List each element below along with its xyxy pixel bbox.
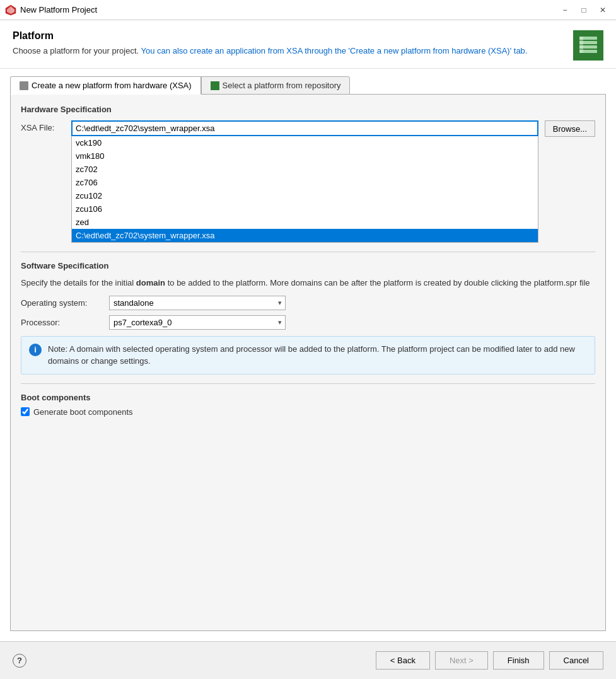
next-button[interactable]: Next > (435, 651, 488, 670)
xsa-file-label: XSA File: (21, 120, 65, 132)
nav-buttons: < Back Next > Finish Cancel (376, 651, 603, 670)
list-item[interactable]: zc706 (72, 176, 538, 189)
info-note-text: Note: A domain with selected operating s… (48, 343, 587, 368)
cancel-button[interactable]: Cancel (549, 651, 603, 670)
processor-select-wrapper: ps7_cortexa9_0 ps7_cortexa9_1 (109, 315, 286, 330)
page-title: Platform (13, 30, 566, 42)
list-item[interactable]: vck190 (72, 136, 538, 149)
finish-button[interactable]: Finish (493, 651, 544, 670)
repository-tab-icon (211, 81, 219, 90)
list-item[interactable]: vmk180 (72, 149, 538, 163)
hw-section-title: Hardware Specification (21, 105, 595, 114)
list-item[interactable]: zcu102 (72, 189, 538, 202)
close-button[interactable]: ✕ (595, 4, 611, 16)
sw-spec-bold: domain (136, 278, 165, 287)
processor-select[interactable]: ps7_cortexa9_0 ps7_cortexa9_1 (109, 315, 286, 330)
repository-tab-label: Select a platform from repository (223, 81, 341, 90)
back-button[interactable]: < Back (376, 651, 430, 670)
content-panel: Hardware Specification XSA File: vck190 … (10, 94, 606, 631)
header-description: Choose a platform for your project. You … (13, 45, 566, 57)
processor-label: Processor: (21, 318, 109, 327)
list-item[interactable]: zcu106 (72, 202, 538, 216)
header-desc-highlight: You can also create an application from … (141, 46, 528, 55)
tab-hardware[interactable]: Create a new platform from hardware (XSA… (10, 76, 201, 95)
section-divider (21, 252, 595, 252)
window-controls: − □ ✕ (557, 4, 611, 16)
generate-boot-label[interactable]: Generate boot components (33, 407, 133, 417)
tab-repository[interactable]: Select a platform from repository (201, 76, 351, 95)
maximize-button[interactable]: □ (576, 4, 592, 16)
dialog-header: Platform Choose a platform for your proj… (0, 20, 616, 69)
sw-section-title: Software Specification (21, 261, 595, 270)
title-bar: New Platform Project − □ ✕ (0, 0, 616, 20)
window-title: New Platform Project (20, 5, 557, 15)
sw-spec-description: Specify the details for the initial doma… (21, 277, 595, 289)
boot-checkbox-row: Generate boot components (21, 407, 595, 417)
section-divider-2 (21, 383, 595, 384)
xsa-file-row: XSA File: vck190 vmk180 zc702 zc706 zcu1… (21, 120, 595, 243)
hardware-tab-icon (20, 81, 28, 90)
info-note: i Note: A domain with selected operating… (21, 336, 595, 374)
processor-row: Processor: ps7_cortexa9_0 ps7_cortexa9_1 (21, 315, 595, 330)
list-item[interactable]: zc702 (72, 163, 538, 176)
list-item[interactable]: zed (72, 216, 538, 229)
help-button[interactable]: ? (13, 654, 26, 668)
header-icon (573, 30, 603, 61)
os-label: Operating system: (21, 298, 109, 308)
app-icon (5, 4, 16, 16)
xsa-dropdown-list: vck190 vmk180 zc702 zc706 zcu102 zcu106 … (71, 136, 538, 243)
tab-container: Create a new platform from hardware (XSA… (10, 76, 606, 95)
dialog-body: Platform Choose a platform for your proj… (0, 20, 616, 641)
boot-section-title: Boot components (21, 393, 595, 402)
list-item-selected[interactable]: C:\edt\edt_zc702\system_wrapper.xsa (72, 229, 538, 242)
os-row: Operating system: standalone linux freer… (21, 296, 595, 310)
xsa-input-area: vck190 vmk180 zc702 zc706 zcu102 zcu106 … (71, 120, 538, 243)
generate-boot-checkbox[interactable] (21, 407, 30, 416)
info-icon: i (29, 344, 42, 356)
os-select-wrapper: standalone linux freertos (109, 296, 286, 310)
hardware-tab-label: Create a new platform from hardware (XSA… (32, 81, 192, 90)
header-desc-normal: Choose a platform for your project. (13, 46, 141, 55)
os-select[interactable]: standalone linux freertos (109, 296, 286, 310)
platform-icon (577, 34, 600, 57)
minimize-button[interactable]: − (557, 4, 573, 16)
svg-rect-7 (579, 37, 583, 53)
help-area: ? (13, 654, 26, 668)
browse-button[interactable]: Browse... (545, 120, 595, 137)
button-bar: ? < Back Next > Finish Cancel (0, 641, 616, 679)
xsa-file-input[interactable] (71, 120, 538, 136)
header-text: Platform Choose a platform for your proj… (13, 30, 566, 57)
